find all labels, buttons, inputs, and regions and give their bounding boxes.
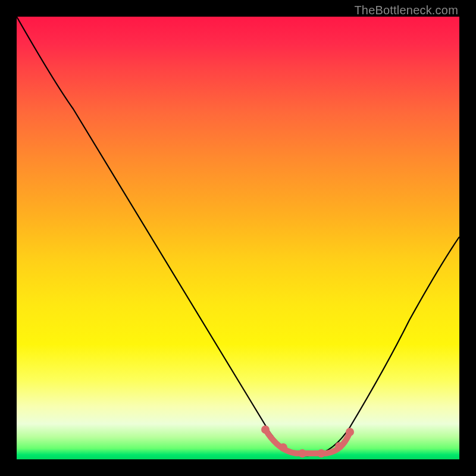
curve-svg xyxy=(17,17,459,459)
optimal-marker xyxy=(298,449,306,458)
optimal-marker xyxy=(335,442,343,450)
watermark-text: TheBottleneck.com xyxy=(354,4,458,17)
optimal-marker xyxy=(317,449,325,458)
chart-container: TheBottleneck.com xyxy=(0,0,476,476)
optimal-marker xyxy=(346,428,354,436)
optimal-marker xyxy=(261,425,270,434)
bottleneck-curve xyxy=(17,17,459,456)
optimal-marker xyxy=(279,443,287,452)
plot-area xyxy=(17,17,459,459)
